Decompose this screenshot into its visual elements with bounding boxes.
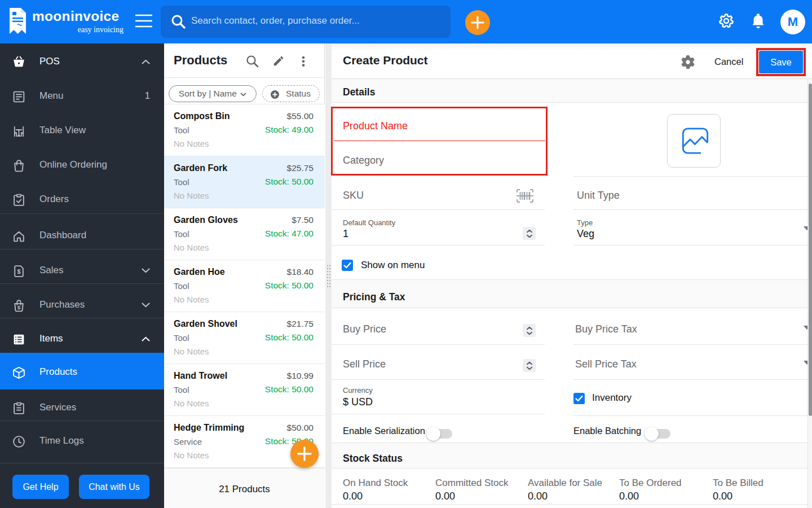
svg-text:$: $: [17, 304, 21, 310]
svg-text:$: $: [17, 268, 20, 275]
